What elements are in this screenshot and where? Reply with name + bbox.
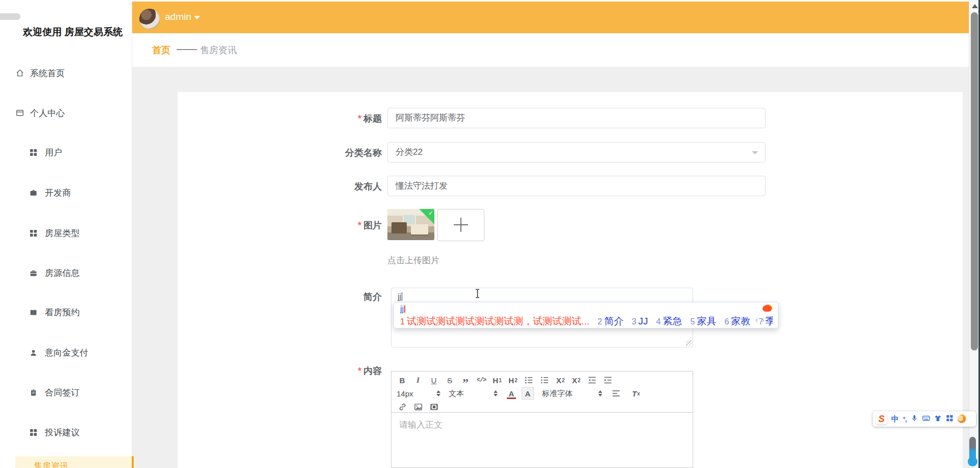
publisher-field-label: 发布人 [259, 180, 382, 193]
ime-candidate[interactable]: 6家教 [724, 315, 750, 328]
sogou-mascot-icon[interactable] [958, 415, 966, 423]
ime-candidate[interactable]: 1试测试测试测试测试测试测，试测试测试... [400, 315, 590, 328]
ime-punctuation-icon[interactable]: °, [903, 415, 906, 423]
toolbox-icon [29, 268, 38, 277]
font-size-picker[interactable]: 14px [397, 389, 440, 398]
briefcase-icon [29, 188, 38, 197]
indent-button[interactable] [602, 375, 614, 386]
highlight-color-button[interactable]: A [522, 387, 534, 400]
underline-button[interactable]: U [428, 375, 439, 386]
required-asterisk: * [358, 366, 361, 376]
blockquote-button[interactable]: ” [460, 372, 471, 388]
ime-prev-page-arrow[interactable]: ‹ [755, 315, 758, 324]
font-family-picker[interactable]: 标准字体 [542, 389, 602, 399]
grid-icon [29, 428, 38, 437]
grid-icon [29, 228, 38, 238]
sidebar-item-users[interactable]: 用户 [29, 146, 62, 159]
sidebar-item-label: 房屋类型 [45, 227, 80, 239]
sidebar-item-sale-news-active[interactable]: 售房资讯 [15, 456, 134, 468]
microphone-icon[interactable] [911, 414, 918, 424]
sidebar-item-house-type[interactable]: 房屋类型 [29, 226, 80, 240]
page-scrollbar-thumb[interactable] [971, 12, 978, 350]
code-block-button[interactable]: </> [476, 375, 487, 386]
clipboard-icon [29, 388, 38, 397]
picker-arrows-icon [436, 390, 440, 396]
sidebar-item-personal-center[interactable]: 个人中心 [15, 106, 65, 120]
editor-toolbar: B I U S ” </> H1 H2 X2 X2 14p [391, 371, 693, 413]
outdent-button[interactable] [586, 375, 598, 386]
top-header-bar: admin [132, 2, 969, 33]
upload-add-button[interactable] [437, 209, 484, 241]
ime-emoji-icon[interactable] [763, 305, 772, 312]
strikethrough-button[interactable]: S [444, 375, 455, 386]
ime-candidate[interactable]: 3JJ [632, 316, 648, 327]
form-card: *标题 分类名称 发布人 *图片 简介 *内容 阿斯蒂芬阿斯蒂芬 分类22 懂法… [178, 92, 963, 468]
publisher-input[interactable]: 懂法守法打发 [387, 176, 766, 196]
ime-candidate[interactable]: 2简介 [598, 315, 624, 328]
bold-button[interactable]: B [397, 375, 408, 386]
sidebar-item-label: 售房资讯 [34, 460, 68, 468]
sidebar-item-label: 用户 [45, 147, 62, 158]
clear-format-button[interactable]: Tx [630, 388, 642, 399]
text-color-button[interactable]: A [506, 388, 517, 399]
italic-button[interactable]: I [412, 375, 424, 386]
select-chevron-down-icon[interactable] [752, 151, 758, 154]
breadcrumb-home-link[interactable]: 首页 [152, 44, 170, 56]
editor-placeholder: 请输入正文 [399, 420, 443, 430]
sidebar-item-viewing-appointment[interactable]: 看房预约 [29, 306, 80, 319]
sidebar-item-complaint-suggestion[interactable]: 投诉建议 [29, 426, 80, 439]
category-field-label: 分类名称 [259, 147, 382, 159]
keyboard-icon[interactable] [922, 414, 930, 424]
book-icon [29, 308, 38, 317]
sidebar-item-developer[interactable]: 开发商 [29, 186, 71, 199]
uploaded-image-thumbnail[interactable]: ✓ [387, 209, 434, 240]
sogou-logo-icon[interactable]: S [876, 413, 887, 425]
ime-next-page-arrow[interactable]: › [762, 315, 764, 324]
align-button[interactable] [610, 388, 622, 399]
skin-tshirt-icon[interactable] [934, 414, 942, 424]
category-select[interactable]: 分类22 [387, 142, 766, 162]
breadcrumb-separator [177, 49, 197, 50]
mouse-ibeam-cursor [475, 289, 480, 300]
title-input[interactable]: 阿斯蒂芬阿斯蒂芬 [387, 108, 766, 128]
image-field-label: *图片 [259, 219, 382, 231]
subscript-button[interactable]: X2 [555, 375, 566, 386]
superscript-button[interactable]: X2 [571, 375, 582, 386]
sidebar-item-deposit-payment[interactable]: 意向金支付 [29, 346, 88, 359]
bullet-list-button[interactable] [539, 375, 550, 386]
apps-grid-icon[interactable] [946, 414, 953, 424]
user-avatar[interactable] [139, 9, 160, 29]
home-icon [15, 68, 24, 78]
content-field-label: *内容 [259, 365, 382, 377]
textarea-resize-handle[interactable] [686, 340, 692, 346]
username-label[interactable]: admin [165, 11, 191, 22]
sidebar-item-listing-info[interactable]: 房源信息 [29, 266, 80, 279]
ime-candidate[interactable]: 4紧急 [656, 315, 682, 328]
heading1-button[interactable]: H1 [492, 375, 503, 386]
heading2-button[interactable]: H2 [507, 375, 519, 386]
ime-chinese-mode-indicator[interactable]: 中 [891, 414, 899, 424]
breadcrumb: 首页 售房资讯 [132, 33, 969, 67]
sogou-ime-toolbar: S 中 °, [873, 411, 976, 427]
sidebar-item-system-home[interactable]: 系统首页 [15, 66, 65, 80]
ime-candidate[interactable]: 5家具 [690, 315, 716, 328]
ime-expand-chevron[interactable]: ∨ [768, 316, 773, 324]
sidebar-item-contract-signing[interactable]: 合同签订 [29, 386, 80, 399]
chevron-down-icon[interactable] [194, 16, 200, 19]
touch-text-caret-ball[interactable] [968, 457, 977, 466]
editor-content-area[interactable]: 请输入正文 [391, 413, 693, 468]
video-button[interactable] [428, 401, 439, 412]
link-button[interactable] [397, 401, 408, 412]
ime-caret [404, 306, 405, 313]
intro-textarea-value: jj [398, 292, 401, 301]
ime-pager: ‹ › ∨ [755, 315, 773, 324]
text-style-picker[interactable]: 文本 [449, 389, 498, 399]
image-button[interactable] [412, 401, 424, 412]
grid-icon [29, 148, 38, 157]
ime-composition: jj [400, 304, 773, 314]
ordered-list-button[interactable] [523, 375, 534, 386]
editor-toolbar-row-2: 14px 文本 A A 标准字体 Tx [397, 387, 688, 400]
scrollbar-up-arrow[interactable] [972, 4, 978, 8]
title-field-label: *标题 [259, 112, 382, 125]
check-icon: ✓ [428, 209, 433, 217]
